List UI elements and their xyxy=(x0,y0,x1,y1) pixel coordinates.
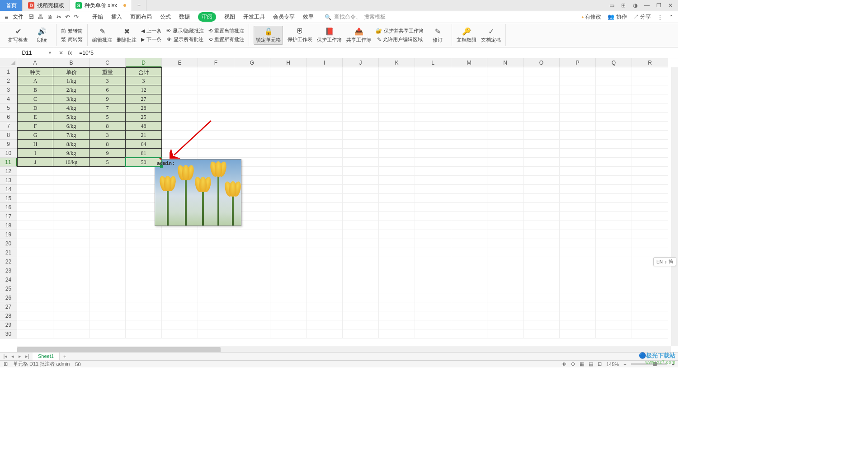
cell[interactable] xyxy=(53,185,90,194)
protect-share-button[interactable]: 🔐保护并共享工作簿 xyxy=(376,28,424,34)
cell[interactable] xyxy=(270,76,307,85)
cell[interactable] xyxy=(487,212,524,221)
name-box-input[interactable] xyxy=(9,50,45,56)
cell[interactable]: 10/kg xyxy=(53,158,90,167)
cell[interactable] xyxy=(487,230,524,239)
cell[interactable] xyxy=(307,103,343,113)
cell[interactable] xyxy=(415,122,451,131)
cell[interactable] xyxy=(126,230,162,239)
cell[interactable] xyxy=(560,103,596,113)
cell[interactable] xyxy=(343,275,379,284)
cell[interactable] xyxy=(632,67,668,76)
cell[interactable] xyxy=(17,203,53,212)
minimize-icon[interactable]: — xyxy=(643,2,651,9)
cell[interactable] xyxy=(524,203,560,212)
cell[interactable] xyxy=(487,103,524,113)
cell[interactable] xyxy=(379,320,415,329)
row-header-20[interactable]: 20 xyxy=(0,239,17,248)
row-header-29[interactable]: 29 xyxy=(0,320,17,329)
cell[interactable] xyxy=(596,320,632,329)
cell[interactable] xyxy=(379,230,415,239)
cell[interactable]: 3/kg xyxy=(53,94,90,103)
cell[interactable] xyxy=(270,212,307,221)
cell[interactable] xyxy=(451,275,487,284)
cell[interactable] xyxy=(270,167,307,176)
cell[interactable] xyxy=(524,293,560,302)
cell[interactable] xyxy=(307,167,343,176)
cell[interactable] xyxy=(343,320,379,329)
cell[interactable] xyxy=(198,94,234,103)
zoom-value[interactable]: 145% xyxy=(606,362,619,367)
col-header-A[interactable]: A xyxy=(17,58,53,67)
cell[interactable] xyxy=(596,176,632,185)
show-hide-comment-button[interactable]: 👁显示/隐藏批注 xyxy=(166,28,204,34)
cell[interactable]: 3 xyxy=(126,76,162,85)
cell[interactable] xyxy=(560,176,596,185)
cell[interactable] xyxy=(524,248,560,257)
cell[interactable] xyxy=(487,302,524,311)
cell[interactable] xyxy=(126,239,162,248)
cell[interactable] xyxy=(90,266,126,275)
cell[interactable] xyxy=(451,248,487,257)
cell[interactable] xyxy=(524,257,560,266)
cell[interactable]: 21 xyxy=(126,131,162,140)
cell[interactable] xyxy=(343,103,379,113)
menu-页面布局[interactable]: 页面布局 xyxy=(130,13,152,21)
cell[interactable] xyxy=(632,275,668,284)
cell[interactable] xyxy=(162,284,198,293)
cell[interactable] xyxy=(451,230,487,239)
cell[interactable] xyxy=(524,329,560,338)
tab-home[interactable]: 首页 xyxy=(0,0,23,11)
cell[interactable] xyxy=(162,149,198,158)
cell[interactable] xyxy=(234,122,270,131)
cell[interactable] xyxy=(379,85,415,94)
cell[interactable] xyxy=(451,311,487,320)
cell[interactable] xyxy=(560,266,596,275)
cell[interactable] xyxy=(162,311,198,320)
cell[interactable] xyxy=(487,131,524,140)
cell[interactable] xyxy=(234,311,270,320)
read-button[interactable]: 🔊朗读 xyxy=(33,27,52,43)
cell[interactable] xyxy=(415,113,451,122)
cell[interactable]: 12 xyxy=(126,85,162,94)
cell[interactable] xyxy=(451,194,487,203)
cell[interactable]: A xyxy=(17,76,53,85)
cell[interactable] xyxy=(53,266,90,275)
cell[interactable] xyxy=(343,122,379,131)
cell[interactable] xyxy=(234,85,270,94)
cell[interactable] xyxy=(270,67,307,76)
cell[interactable] xyxy=(198,266,234,275)
cell[interactable] xyxy=(307,140,343,149)
cell[interactable] xyxy=(487,149,524,158)
cell[interactable] xyxy=(270,239,307,248)
cell[interactable]: G xyxy=(17,131,53,140)
cell[interactable] xyxy=(343,230,379,239)
cell[interactable] xyxy=(596,212,632,221)
cell[interactable] xyxy=(343,176,379,185)
cell[interactable] xyxy=(487,122,524,131)
cell[interactable] xyxy=(415,239,451,248)
cell[interactable] xyxy=(379,221,415,230)
cell[interactable]: D xyxy=(17,103,53,113)
cell[interactable] xyxy=(632,329,668,338)
cell[interactable] xyxy=(632,284,668,293)
sheet-prev-icon[interactable]: ◂ xyxy=(9,353,16,359)
row-header-8[interactable]: 8 xyxy=(0,131,17,140)
col-header-B[interactable]: B xyxy=(53,58,90,67)
cell[interactable] xyxy=(17,311,53,320)
cell[interactable]: I xyxy=(17,149,53,158)
cell[interactable] xyxy=(343,185,379,194)
cell[interactable] xyxy=(560,185,596,194)
col-header-M[interactable]: M xyxy=(451,58,487,67)
cell[interactable]: 1/kg xyxy=(53,76,90,85)
cell[interactable] xyxy=(632,266,668,275)
cell[interactable] xyxy=(524,302,560,311)
print-icon[interactable]: 🖶 xyxy=(38,14,43,20)
ime-pill[interactable]: EN ♪ 简 xyxy=(653,257,676,266)
cell[interactable] xyxy=(270,131,307,140)
cell[interactable] xyxy=(53,203,90,212)
cell[interactable] xyxy=(307,230,343,239)
cell[interactable] xyxy=(343,293,379,302)
cell[interactable] xyxy=(198,230,234,239)
cell[interactable] xyxy=(487,113,524,122)
